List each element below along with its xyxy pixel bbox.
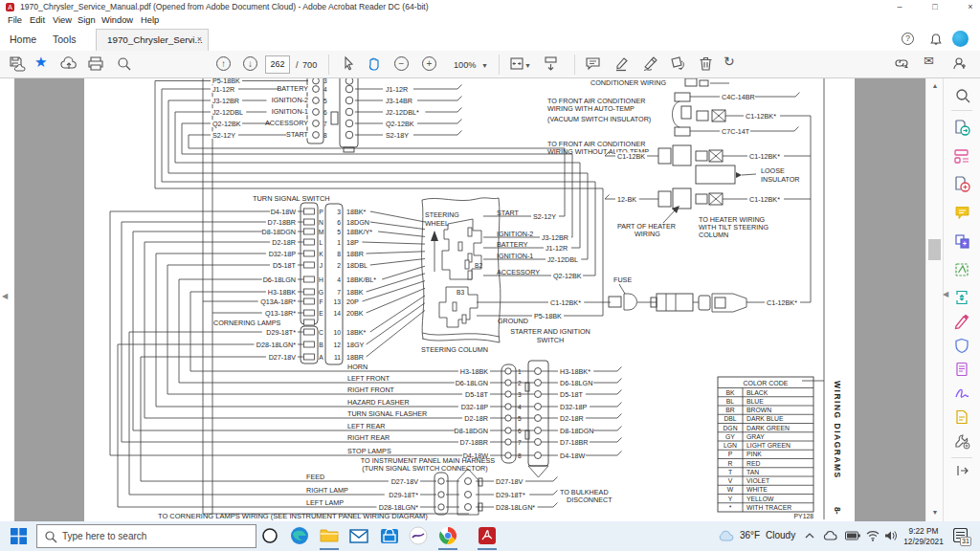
start-button[interactable] [11, 528, 27, 544]
whiteboard-app-icon[interactable] [409, 526, 428, 545]
menu-window[interactable]: Window [101, 15, 133, 25]
comment-icon[interactable] [585, 55, 602, 73]
wifi-icon[interactable] [866, 530, 880, 541]
tray-expand-icon[interactable] [804, 531, 815, 540]
diagram-label: J3-14BR [386, 97, 412, 105]
zoom-out-icon[interactable]: − [394, 56, 409, 71]
mail-icon[interactable] [349, 526, 368, 545]
weather-icon[interactable] [718, 528, 735, 543]
expand-panel-icon[interactable] [954, 463, 970, 479]
avatar[interactable] [952, 31, 969, 47]
file-explorer-icon[interactable] [320, 526, 339, 545]
acrobat-taskbar-icon[interactable] [478, 526, 497, 545]
diagram-label: D27-18V [496, 477, 523, 486]
diagram-label: IGNITION-2 [497, 230, 533, 238]
delete-icon[interactable] [698, 55, 715, 73]
sign-pen-icon[interactable] [642, 55, 659, 73]
diagram-label: C1-12BK [617, 152, 645, 161]
maximize-button[interactable]: □ [921, 0, 949, 14]
sign-tool-icon[interactable] [954, 386, 970, 402]
save-icon[interactable] [9, 55, 26, 73]
volume-icon[interactable] [884, 530, 898, 541]
stamp-icon[interactable] [670, 55, 687, 73]
battery-icon[interactable] [845, 531, 860, 540]
share-person-icon[interactable] [952, 55, 969, 73]
wiring-diagram-page: P5-18BK3J1-12RBATTERY4J1-12RJ3-12BRIGNIT… [0, 78, 980, 521]
previous-page-icon[interactable]: ↑ [216, 56, 231, 71]
menu-sign[interactable]: Sign [78, 15, 96, 25]
edge-icon[interactable] [290, 526, 309, 545]
protect-icon[interactable] [954, 338, 970, 354]
minimize-button[interactable]: – [885, 0, 914, 14]
redact-icon[interactable] [954, 262, 970, 278]
tab-home[interactable]: Home [10, 33, 36, 45]
weather-temp[interactable]: 36°F [740, 530, 760, 540]
taskbar-search-input[interactable]: Type here to search [36, 524, 256, 548]
tray-time: 9:22 PM [898, 526, 949, 537]
compress-pdf-icon[interactable] [954, 290, 970, 306]
menu-edit[interactable]: Edit [30, 15, 45, 25]
page-total: 700 [302, 60, 317, 70]
document-canvas[interactable]: P5-18BK3J1-12RBATTERY4J1-12RJ3-12BRIGNIT… [0, 78, 980, 521]
menu-view[interactable]: View [53, 15, 72, 25]
weather-desc[interactable]: Cloudy [766, 530, 795, 540]
zoom-dropdown-icon[interactable]: ▼ [481, 62, 488, 69]
scan-ocr-icon[interactable] [954, 362, 970, 378]
help-icon[interactable]: ? [902, 33, 914, 45]
diagram-label: (VACUUM SWITCH INSULATOR) [547, 115, 651, 123]
highlighter-icon[interactable] [613, 55, 631, 73]
vertical-scrollbar[interactable]: ▲ ▼ [925, 78, 943, 521]
diagram-label: GY [725, 433, 735, 440]
diagram-label: D4-18W [560, 452, 586, 460]
zoom-in-icon[interactable]: + [422, 56, 436, 71]
upload-cloud-icon[interactable] [60, 55, 78, 73]
scroll-up-icon[interactable]: ▲ [926, 82, 944, 89]
zoom-level[interactable]: 100% [454, 60, 477, 70]
diagram-label: SWITCH [537, 336, 564, 344]
diagram-label: DGN [723, 425, 737, 431]
organize-pages-icon[interactable] [954, 148, 970, 165]
tab-document[interactable]: 1970_Chrysler_Servi...× [96, 29, 209, 51]
clock[interactable]: 9:22 PM12/29/2021 [898, 526, 949, 546]
left-panel-collapse-icon[interactable]: ◀ [2, 292, 8, 300]
menu-file[interactable]: File [8, 15, 22, 25]
search-icon[interactable] [116, 55, 133, 73]
combine-files-icon[interactable] [954, 233, 970, 250]
diagram-label: B3 [457, 289, 464, 296]
scrollbar-thumb[interactable] [928, 239, 941, 260]
diagram-label: D27-18V [391, 477, 419, 486]
create-pdf-icon[interactable] [954, 176, 970, 192]
hand-tool-icon[interactable] [366, 55, 383, 73]
store-icon[interactable] [380, 526, 399, 545]
search-tools-icon[interactable] [954, 87, 970, 103]
redo-icon[interactable]: ↻ [724, 54, 735, 69]
chrome-icon[interactable] [438, 526, 457, 545]
close-button[interactable]: × [956, 0, 980, 14]
tab-close-icon[interactable]: × [197, 30, 202, 50]
diagram-label: 18BR [346, 353, 364, 362]
menu-help[interactable]: Help [141, 15, 159, 25]
diagram-label: BR [725, 407, 735, 413]
page-view-icon[interactable] [543, 55, 560, 73]
email-icon[interactable]: ✉ [924, 54, 934, 68]
comment-tool-icon[interactable] [954, 205, 970, 221]
next-page-icon[interactable]: ↓ [243, 56, 257, 71]
tab-tools[interactable]: Tools [53, 33, 77, 45]
bell-icon[interactable] [929, 33, 943, 46]
page-number-input[interactable]: 262 [265, 55, 290, 74]
fit-dropdown-icon[interactable]: ▼ [524, 62, 531, 69]
right-panel-collapse-icon[interactable]: ◀ [943, 290, 948, 298]
print-icon[interactable] [87, 55, 104, 73]
cortana-icon[interactable] [260, 526, 279, 545]
scroll-down-icon[interactable]: ▼ [926, 509, 944, 516]
request-signatures-icon[interactable] [954, 409, 970, 426]
diagram-label: 7 [323, 121, 327, 127]
select-cursor-icon[interactable] [341, 55, 358, 73]
share-link-icon[interactable] [894, 55, 911, 73]
more-tools-icon[interactable] [954, 433, 970, 450]
taskbar-search-icon [44, 530, 57, 543]
fill-sign-icon[interactable] [954, 314, 970, 330]
onedrive-icon[interactable] [823, 530, 838, 541]
star-favorites-icon[interactable]: ★ [34, 54, 47, 71]
export-pdf-icon[interactable] [954, 120, 970, 136]
